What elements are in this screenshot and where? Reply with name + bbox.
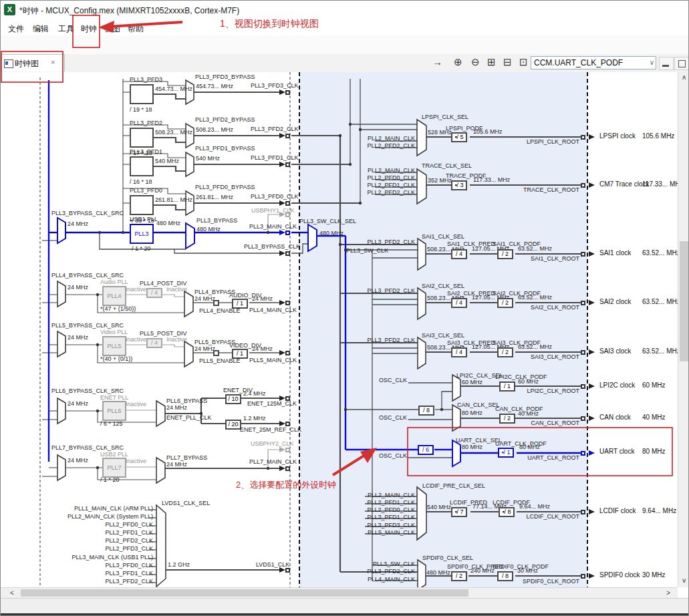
- trace-clk-root-port[interactable]: [581, 183, 585, 188]
- signal-selector[interactable]: CCM.UART_CLK_PODF ∨: [531, 56, 656, 69]
- enet-125m-clk-port[interactable]: [285, 396, 290, 401]
- sai1-pred[interactable]: / 4: [451, 249, 467, 259]
- pfd0-box[interactable]: [130, 195, 154, 215]
- pll5-enable-gate[interactable]: [213, 350, 219, 356]
- pll5-box[interactable]: PLL5: [102, 336, 126, 356]
- menu-help[interactable]: 帮助: [126, 23, 146, 35]
- pll3-bypass-src-mux[interactable]: [57, 218, 65, 243]
- uart-podf[interactable]: ▪/ 1: [498, 448, 514, 458]
- pfd1-clk-port[interactable]: [285, 162, 290, 167]
- lpspi-clk-root-port[interactable]: [581, 135, 585, 140]
- clock-diagram-canvas[interactable]: PLL3_PFD3 454.73... MHz / 19 * 18 PLL3_P…: [1, 72, 678, 587]
- pfd3-box[interactable]: [130, 84, 154, 104]
- pll3-mult[interactable]: / 1 * 20: [132, 245, 151, 252]
- sai1-clk-sel-mux[interactable]: [418, 239, 426, 270]
- lcdif-clk-root-port[interactable]: [581, 510, 585, 514]
- sai3-pred[interactable]: / 4: [451, 347, 467, 357]
- menu-clocks[interactable]: 时钟: [79, 23, 99, 35]
- audio-div[interactable]: / 1: [232, 299, 248, 309]
- enet-div1[interactable]: / 10: [225, 394, 241, 404]
- spdif-clk-root-port[interactable]: [581, 574, 585, 579]
- pll3-sw-clk-sel-mux[interactable]: [308, 224, 317, 251]
- can-clk-root-port[interactable]: [581, 416, 585, 421]
- trace-podf[interactable]: ▪/ 3: [451, 180, 467, 190]
- pfd1-div[interactable]: / 16 * 18: [130, 178, 152, 185]
- pll3-pfd1-bypass-mux[interactable]: [186, 152, 194, 176]
- can-clk-sel-mux[interactable]: [452, 405, 460, 431]
- pll4-main-clk-port[interactable]: [285, 301, 290, 305]
- comment-icon[interactable]: ⊡: [519, 56, 528, 68]
- usbphy1-clk-port[interactable]: [285, 212, 290, 217]
- combo-caret-icon[interactable]: ∨: [650, 57, 654, 69]
- pll4-box[interactable]: PLL4: [102, 286, 126, 306]
- pll3-main-clk-port[interactable]: [285, 230, 290, 235]
- spdif-pred[interactable]: / 2: [451, 571, 467, 581]
- pll7-box[interactable]: PLL7: [102, 458, 126, 478]
- lpspi-podf[interactable]: ▪/ 5: [451, 132, 467, 142]
- scroll-up-icon[interactable]: ∧: [682, 73, 686, 81]
- sai2-pred[interactable]: / 4: [451, 298, 467, 308]
- spdif-podf[interactable]: / 8: [497, 571, 513, 581]
- pll6-box[interactable]: PLL6: [102, 401, 126, 421]
- horizontal-scrollbar[interactable]: < >: [1, 587, 678, 598]
- lcdif-podf[interactable]: ▪/ 8: [499, 507, 515, 517]
- lpspi-clk-sel-mux[interactable]: [417, 120, 426, 156]
- sai3-podf[interactable]: / 2: [497, 347, 513, 357]
- spdif0-clk-sel-mux[interactable]: [418, 560, 426, 587]
- sai3-clk-root-port[interactable]: [581, 350, 585, 355]
- zoom-out-icon[interactable]: ⊖: [471, 56, 480, 68]
- menu-views[interactable]: 视图: [102, 23, 122, 35]
- pll5-mult[interactable]: *(40 + (0/1)): [100, 355, 132, 362]
- enet-25m-ref-clk-port[interactable]: [285, 422, 290, 426]
- can-podf[interactable]: / 2: [499, 414, 515, 424]
- pll7-bypass-src-mux[interactable]: [57, 455, 65, 480]
- pfd3-div[interactable]: / 19 * 18: [130, 106, 152, 113]
- sai1-clk-root-port[interactable]: [581, 252, 585, 257]
- maximize-view-button[interactable]: [674, 57, 689, 70]
- lvds1-clk-port[interactable]: [285, 568, 290, 573]
- go-to-icon[interactable]: →: [432, 56, 442, 67]
- pll4-bypass-mux[interactable]: [184, 291, 193, 317]
- pll6-bypass-mux[interactable]: [156, 401, 165, 426]
- video-div[interactable]: / 1: [232, 349, 248, 359]
- menu-edit[interactable]: 编辑: [31, 23, 51, 35]
- pll7-main-clk-port[interactable]: [285, 466, 290, 471]
- menu-file[interactable]: 文件: [6, 23, 26, 35]
- vertical-scrollbar[interactable]: ∧ ∨: [678, 72, 689, 587]
- pll4-mult[interactable]: *(47 + (1/50)): [100, 305, 136, 312]
- close-icon[interactable]: ×: [51, 58, 55, 66]
- sai2-clk-sel-mux[interactable]: [418, 288, 426, 319]
- pll7-bypass-mux[interactable]: [156, 458, 165, 483]
- enet-div2[interactable]: / 20: [225, 420, 241, 430]
- zoom-in-icon[interactable]: ⊕: [454, 56, 462, 68]
- usbphy2-clk-port[interactable]: [285, 448, 290, 452]
- sai3-clk-sel-mux[interactable]: [418, 337, 426, 369]
- uart-pre-div[interactable]: / 6: [418, 445, 434, 455]
- trace-clk-sel-mux[interactable]: [417, 169, 426, 204]
- pfd0-clk-port[interactable]: [285, 201, 290, 206]
- pll6-mult[interactable]: / 6 * 125: [100, 420, 123, 427]
- horizontal-scroll-thumb[interactable]: [21, 589, 468, 597]
- sai2-clk-root-port[interactable]: [581, 301, 585, 305]
- fit-height-icon[interactable]: ⊟: [503, 56, 512, 68]
- lpi2c-clk-root-port[interactable]: [581, 384, 585, 389]
- tab-clock-diagram[interactable]: 时钟图 ×: [1, 54, 65, 71]
- uart-clk-root-port[interactable]: [581, 451, 585, 456]
- lvds1-clk-sel-mux[interactable]: [156, 505, 166, 587]
- minimize-view-button[interactable]: [659, 57, 674, 70]
- fit-width-icon[interactable]: ⊞: [487, 56, 496, 68]
- pll3-bypass-mux[interactable]: [186, 223, 194, 249]
- pll3-pfd0-bypass-mux[interactable]: [186, 191, 194, 215]
- pfd1-box[interactable]: [130, 156, 154, 176]
- pfd2-box[interactable]: [130, 128, 154, 148]
- pfd3-clk-port[interactable]: [285, 90, 290, 95]
- sai1-podf[interactable]: / 2: [497, 249, 513, 259]
- vertical-scroll-thumb[interactable]: [680, 241, 688, 361]
- pll5-main-clk-port[interactable]: [285, 351, 290, 355]
- pll5-bypass-src-mux[interactable]: [57, 331, 65, 357]
- pll3-pfd2-bypass-mux[interactable]: [186, 124, 194, 148]
- pll5-bypass-mux[interactable]: [184, 341, 193, 367]
- can-pre-div[interactable]: / 8: [418, 406, 434, 416]
- pll3-bypass-clk-port[interactable]: [285, 251, 290, 256]
- lpi2c-podf[interactable]: / 1: [499, 381, 515, 392]
